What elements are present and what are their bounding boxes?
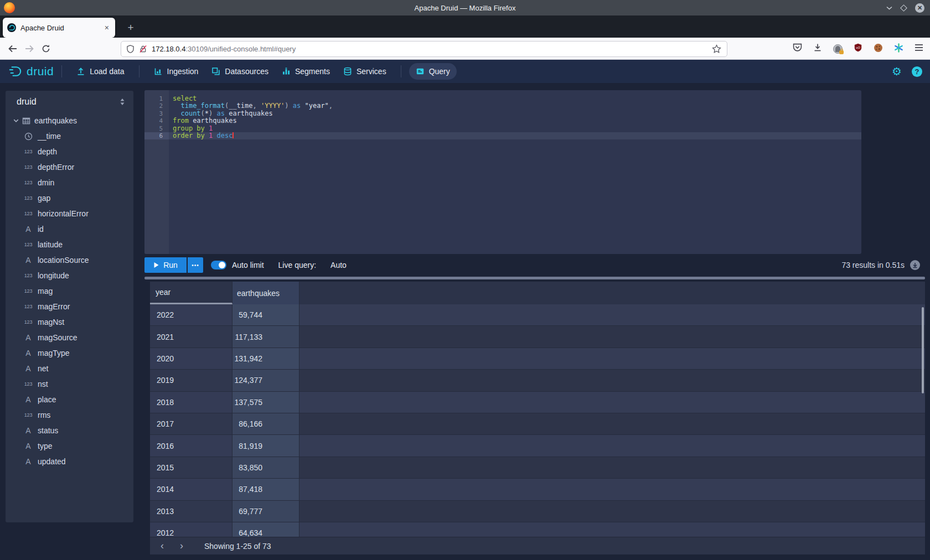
column-magError[interactable]: 123magError [6,299,133,314]
cell-earthquakes[interactable]: 137,575 [232,392,299,413]
column-status[interactable]: Astatus [6,423,133,438]
column-place[interactable]: Aplace [6,392,133,407]
cell-filler [299,413,925,435]
cell-year[interactable]: 2018 [150,392,232,413]
column-horizontalError[interactable]: 123horizontalError [6,206,133,221]
downloads-icon[interactable] [813,43,822,54]
bookmark-star-icon[interactable] [712,44,721,54]
prev-page-icon[interactable]: ‹ [155,539,169,553]
column-name: depthError [38,163,74,172]
column-gap[interactable]: 123gap [6,190,133,206]
column-updated[interactable]: Aupdated [6,454,133,469]
tracking-shield-icon[interactable] [127,45,134,53]
cell-earthquakes[interactable]: 64,634 [232,522,299,537]
asterisk-extension-icon[interactable] [894,43,903,55]
column-mag[interactable]: 123mag [6,283,133,299]
screen: Apache Druid — Mozilla Firefox ✕ Apache … [0,0,930,560]
run-button[interactable]: Run [144,257,187,273]
help-icon[interactable]: ? [912,66,922,77]
druid-logo[interactable]: druid [8,64,54,79]
column-header-year[interactable]: year [150,282,232,304]
column-type[interactable]: Atype [6,438,133,454]
pocket-icon[interactable] [793,43,802,54]
column-latitude[interactable]: 123latitude [6,237,133,252]
cell-earthquakes[interactable]: 59,744 [232,304,299,326]
window-close-icon[interactable]: ✕ [915,3,924,13]
sort-double-caret-icon[interactable] [119,98,126,106]
live-query-value[interactable]: Auto [330,261,347,269]
cell-year[interactable]: 2022 [150,304,232,326]
cell-earthquakes[interactable]: 124,377 [232,370,299,391]
forward-icon[interactable] [21,41,38,56]
browser-toolbar: 172.18.0.4:30109/unified-console.html#qu… [0,38,930,60]
cell-earthquakes[interactable]: 131,942 [232,348,299,370]
services-icon [343,67,352,76]
url-bar[interactable]: 172.18.0.4:30109/unified-console.html#qu… [121,41,727,57]
cell-earthquakes[interactable]: 117,133 [232,326,299,348]
editor-code[interactable]: select time_format(__time, 'YYYY') as "y… [169,90,861,254]
cell-earthquakes[interactable]: 83,850 [232,457,299,479]
window-maximize-icon[interactable] [900,4,907,12]
cell-earthquakes[interactable]: 69,777 [232,501,299,522]
auto-limit-toggle[interactable] [211,261,226,269]
sql-editor[interactable]: 123456 select time_format(__time, 'YYYY'… [144,90,861,254]
column-magType[interactable]: AmagType [6,345,133,361]
column-rms[interactable]: 123rms [6,407,133,423]
cell-year[interactable]: 2014 [150,479,232,500]
new-tab-button[interactable]: + [123,20,138,35]
nav-item-datasources[interactable]: Datasources [205,63,275,80]
column-depth[interactable]: 123depth [6,144,133,159]
table-earthquakes[interactable]: earthquakes [6,113,133,128]
window-titlebar: Apache Druid — Mozilla Firefox ✕ [0,0,930,15]
column-longitude[interactable]: 123longitude [6,268,133,283]
ublock-extension-icon[interactable]: uO [854,43,862,54]
column-magNst[interactable]: 123magNst [6,314,133,330]
window-shade-icon[interactable] [886,4,892,11]
back-icon[interactable] [4,41,21,56]
cell-earthquakes[interactable]: 87,418 [232,479,299,500]
cell-year[interactable]: 2021 [150,326,232,348]
menu-hamburger-icon[interactable] [914,44,923,54]
cell-year[interactable]: 2020 [150,348,232,370]
vertical-scrollbar[interactable] [922,307,924,393]
nav-item-services[interactable]: Services [337,63,393,80]
cell-earthquakes[interactable]: 81,919 [232,435,299,457]
column-id[interactable]: Aid [6,221,133,237]
cell-year[interactable]: 2012 [150,522,232,537]
insecure-lock-icon[interactable] [139,45,147,53]
cookie-extension-icon[interactable] [874,43,883,55]
download-results-icon[interactable] [910,260,920,270]
column-__time[interactable]: __time [6,128,133,144]
cell-year[interactable]: 2017 [150,413,232,435]
settings-gear-icon[interactable]: ⚙ [892,66,902,77]
column-header-earthquakes[interactable]: earthquakes [232,282,299,304]
column-net[interactable]: Anet [6,361,133,376]
nav-item-query[interactable]: Query [409,63,457,80]
browser-tab[interactable]: Apache Druid × [3,18,115,38]
nav-item-segments[interactable]: Segments [275,63,337,80]
number-type-icon: 123 [22,273,34,278]
column-magSource[interactable]: AmagSource [6,330,133,345]
cell-year[interactable]: 2016 [150,435,232,457]
next-page-icon[interactable]: › [174,539,189,553]
column-name: place [38,395,56,404]
cell-year[interactable]: 2013 [150,501,232,522]
column-depthError[interactable]: 123depthError [6,159,133,175]
cell-earthquakes[interactable]: 86,166 [232,413,299,435]
cell-year[interactable]: 2019 [150,370,232,391]
reload-icon[interactable] [38,41,54,56]
column-name: status [38,426,58,435]
column-dmin[interactable]: 123dmin [6,175,133,190]
cell-year[interactable]: 2015 [150,457,232,479]
nav-item-ingestion[interactable]: Ingestion [147,63,205,80]
nav-item-load-data[interactable]: Load data [70,63,131,80]
cell-filler [299,392,925,413]
nav-item-label: Datasources [225,67,268,76]
column-nst[interactable]: 123nst [6,376,133,392]
run-more-button[interactable]: ••• [188,257,203,273]
tab-close-icon[interactable]: × [103,23,111,32]
containers-extension-icon[interactable] [833,44,843,54]
column-locationSource[interactable]: AlocationSource [6,252,133,268]
pane-splitter[interactable] [144,277,925,279]
chevron-down-icon[interactable] [11,117,21,124]
